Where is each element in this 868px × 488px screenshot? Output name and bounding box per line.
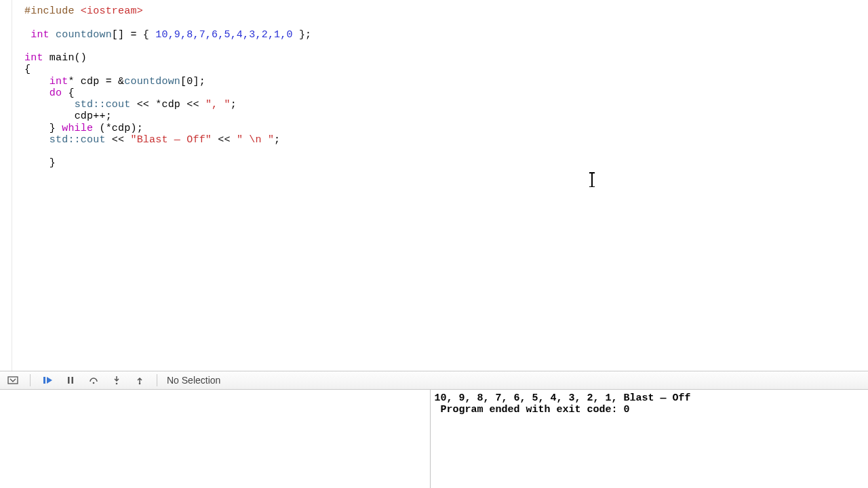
editor-pane: #include <iostream> int countdown[] = { … <box>0 0 868 371</box>
pause-button[interactable] <box>60 373 81 388</box>
text-cursor <box>591 172 592 187</box>
svg-point-6 <box>139 383 141 385</box>
svg-rect-0 <box>8 377 18 384</box>
number-list: 10,9,8,7,6,5,4,3,2,1,0 <box>155 29 292 41</box>
svg-rect-1 <box>43 377 45 384</box>
code-editor[interactable]: #include <iostream> int countdown[] = { … <box>12 0 868 371</box>
toggle-panel-button[interactable] <box>3 373 23 388</box>
console-line: 10, 9, 8, 7, 6, 5, 4, 3, 2, 1, Blast — O… <box>435 392 691 404</box>
separator <box>30 374 31 386</box>
continue-button[interactable] <box>37 373 58 388</box>
svg-rect-2 <box>68 377 70 384</box>
svg-rect-3 <box>72 377 74 384</box>
variables-view[interactable] <box>0 390 430 488</box>
svg-point-5 <box>116 383 118 385</box>
step-out-button[interactable] <box>130 373 150 388</box>
identifier: countdown <box>50 29 112 41</box>
console-output[interactable]: 10, 9, 8, 7, 6, 5, 4, 3, 2, 1, Blast — O… <box>431 390 869 488</box>
console-line: Program ended with exit code: 0 <box>435 404 630 415</box>
preprocessor: #include <box>24 5 75 17</box>
bottom-pane: 10, 9, 8, 7, 6, 5, 4, 3, 2, 1, Blast — O… <box>0 390 868 488</box>
svg-point-4 <box>93 382 95 384</box>
separator <box>157 374 157 386</box>
debug-status: No Selection <box>164 375 220 386</box>
debug-toolbar: No Selection <box>0 371 868 390</box>
step-over-button[interactable] <box>83 373 104 388</box>
step-into-button[interactable] <box>106 373 127 388</box>
include-header: <iostream> <box>75 5 143 17</box>
keyword-int: int <box>24 52 43 64</box>
gutter <box>0 0 12 371</box>
keyword-int: int <box>31 29 50 41</box>
